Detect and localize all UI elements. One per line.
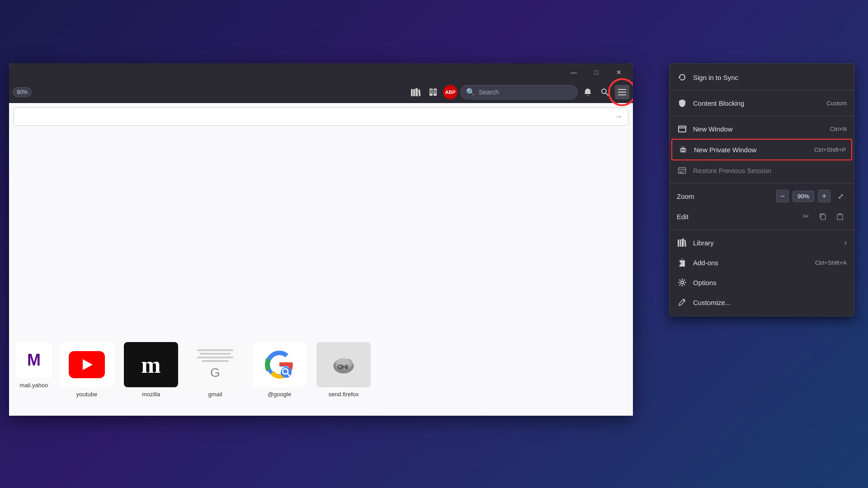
restore-session-label: Restore Previous Session <box>693 167 847 174</box>
menu-item-restore-session[interactable]: Restore Previous Session <box>670 160 854 180</box>
zoom-expand-button[interactable]: ⤢ <box>834 190 847 202</box>
svg-rect-34 <box>821 215 826 220</box>
gmail-label: gmail <box>208 391 222 398</box>
shortcut-send[interactable]: send.firefox <box>312 342 375 398</box>
svg-point-41 <box>684 300 685 301</box>
svg-rect-4 <box>429 89 433 96</box>
page-content: → M mail.yahoo youtube <box>9 103 633 416</box>
shortcut-gmail[interactable]: G gmail <box>184 342 247 398</box>
title-bar: — □ ✕ <box>9 63 633 81</box>
search-bar-text: Search <box>479 89 499 96</box>
adblock-plus-button[interactable]: ABP <box>443 85 458 99</box>
svg-rect-39 <box>684 240 687 247</box>
menu-item-customize[interactable]: Customize... <box>670 292 854 312</box>
mozilla-label: mozilla <box>142 391 160 398</box>
zoom-controls: Zoom − 90% + ⤢ <box>670 186 854 206</box>
svg-point-12 <box>602 89 606 94</box>
address-arrow-icon: → <box>614 112 623 122</box>
addons-label: Add-ons <box>693 259 810 267</box>
zoom-out-button[interactable]: − <box>776 190 789 202</box>
svg-rect-37 <box>680 239 681 247</box>
yahoo-label: mail.yahoo <box>20 382 48 389</box>
maximize-button[interactable]: □ <box>586 65 607 80</box>
svg-rect-2 <box>415 88 418 96</box>
minimize-button[interactable]: — <box>563 65 584 80</box>
google-g-icon <box>264 349 295 380</box>
svg-rect-10 <box>434 91 436 92</box>
shortcut-mozilla[interactable]: m mozilla <box>119 342 183 398</box>
find-icon[interactable] <box>598 85 612 99</box>
svg-line-13 <box>606 93 609 96</box>
svg-point-31 <box>684 150 685 150</box>
library-icon[interactable] <box>409 85 423 99</box>
customize-icon <box>677 297 688 308</box>
svg-rect-6 <box>430 90 432 91</box>
google-label: @google <box>268 391 291 398</box>
yahoo-m-letter: M <box>27 351 41 370</box>
svg-rect-36 <box>678 239 679 247</box>
copy-button[interactable] <box>816 210 830 223</box>
send-firefox-icon <box>328 349 359 380</box>
hamburger-menu-button[interactable] <box>615 85 629 99</box>
svg-rect-0 <box>411 89 413 96</box>
zoom-badge[interactable]: 90% <box>13 87 32 97</box>
zoom-in-button[interactable]: + <box>818 190 830 202</box>
notifications-icon[interactable] <box>580 85 595 99</box>
reader-icon[interactable] <box>426 85 440 99</box>
shortcut-yahoo[interactable]: M mail.yahoo <box>14 342 54 398</box>
new-private-window-shortcut: Ctrl+Shift+P <box>814 146 846 153</box>
svg-rect-9 <box>434 90 436 91</box>
restore-session-icon <box>677 165 688 176</box>
menu-item-options[interactable]: Options <box>670 272 854 292</box>
search-bar[interactable]: 🔍 Search <box>460 85 578 99</box>
menu-item-addons[interactable]: Add-ons Ctrl+Shift+A <box>670 253 854 272</box>
private-window-icon <box>678 144 689 155</box>
menu-item-new-private-window[interactable]: New Private Window Ctrl+Shift+P <box>671 139 852 160</box>
svg-rect-7 <box>430 91 432 92</box>
menu-item-library[interactable]: Library › <box>670 233 854 253</box>
svg-point-40 <box>681 281 684 284</box>
cut-button[interactable]: ✂ <box>799 210 812 223</box>
svg-rect-8 <box>430 93 432 94</box>
edit-label: Edit <box>677 213 795 221</box>
address-bar[interactable]: → <box>14 108 628 126</box>
gmail-line4 <box>202 360 229 362</box>
svg-rect-15 <box>618 92 626 93</box>
svg-rect-35 <box>837 215 843 220</box>
shield-icon <box>677 98 688 108</box>
send-label: send.firefox <box>328 391 359 398</box>
sync-icon <box>677 72 688 83</box>
shortcut-youtube[interactable]: youtube <box>55 342 118 398</box>
menu-divider-1 <box>670 90 854 90</box>
menu-item-content-blocking[interactable]: Content Blocking Custom <box>670 93 854 113</box>
toolbar: 90% ABP <box>9 81 633 103</box>
menu-item-new-window[interactable]: New Window Ctrl+N <box>670 119 854 139</box>
context-menu: Sign in to Sync Content Blocking Custom … <box>669 63 854 316</box>
browser-window: — □ ✕ 90% <box>9 63 633 416</box>
zoom-value-display: 90% <box>793 191 814 202</box>
youtube-play-icon <box>69 351 105 378</box>
new-window-shortcut: Ctrl+N <box>830 126 847 132</box>
svg-rect-38 <box>682 239 684 247</box>
sync-label: Sign in to Sync <box>693 74 847 81</box>
shortcuts-grid: M mail.yahoo youtube m mozilla <box>9 342 375 398</box>
youtube-label: youtube <box>76 391 97 398</box>
edit-controls: Edit ✂ <box>670 206 854 227</box>
library-menu-icon <box>677 237 688 248</box>
svg-rect-25 <box>679 126 686 132</box>
options-icon <box>677 277 688 288</box>
content-blocking-badge: Custom <box>826 100 847 107</box>
paste-button[interactable] <box>833 210 847 223</box>
svg-rect-3 <box>418 89 420 96</box>
menu-divider-4 <box>670 230 854 230</box>
menu-item-sync[interactable]: Sign in to Sync <box>670 67 854 87</box>
svg-rect-11 <box>434 93 436 94</box>
options-label: Options <box>693 279 847 286</box>
shortcut-google[interactable]: @google <box>248 342 311 398</box>
svg-point-30 <box>681 150 682 150</box>
svg-rect-5 <box>434 89 437 96</box>
search-bar-icon: 🔍 <box>466 88 475 96</box>
close-button[interactable]: ✕ <box>609 65 629 80</box>
new-window-icon <box>677 123 688 134</box>
customize-label: Customize... <box>693 299 847 306</box>
